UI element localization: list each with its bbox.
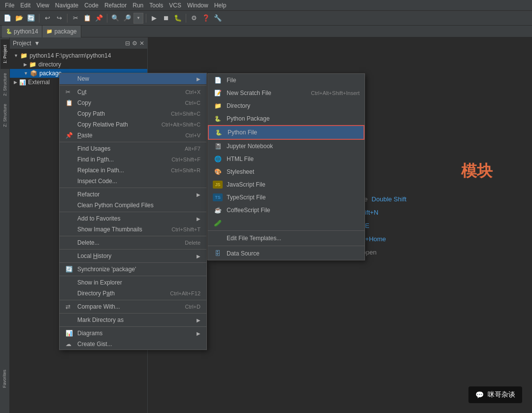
cm-synchronize-icon: 🔄 — [66, 266, 73, 273]
sm-item-coffee[interactable]: ☕ CoffeeScript File — [208, 204, 365, 217]
sm-ts-icon: TS — [213, 193, 223, 201]
cm-item-synchronize[interactable]: 🔄 Synchronize 'package' — [60, 264, 206, 275]
cm-create-gist-label: Create Gist... — [77, 341, 200, 348]
cm-item-create-gist[interactable]: ☁ Create Gist... — [60, 339, 206, 349]
sm-python-package-label: Python Package — [227, 115, 269, 122]
sm-item-data-source[interactable]: 🗄 Data Source — [208, 247, 365, 260]
sm-js-label: JavaScript File — [227, 181, 266, 188]
sm-item-jupyter[interactable]: 📓 Jupyter Notebook — [208, 140, 365, 153]
cm-show-thumbnails-shortcut: Ctrl+Shift+T — [171, 226, 200, 232]
sm-directory-label: Directory — [227, 102, 250, 109]
sm-item-html[interactable]: 🌐 HTML File — [208, 153, 365, 165]
sm-item-file[interactable]: 📄 File — [208, 74, 365, 87]
sm-item-gherkin[interactable]: 🥒 — [208, 217, 365, 229]
sm-python-package-icon: 🐍 — [213, 115, 223, 123]
cm-copy-path-label: Copy Path — [77, 110, 167, 117]
sm-stylesheet-label: Stylesheet — [227, 168, 254, 175]
cm-diagrams-icon: 📊 — [66, 330, 73, 337]
cm-mark-directory-arrow: ▶ — [197, 318, 200, 323]
cm-show-thumbnails-label: Show Image Thumbnails — [77, 226, 167, 233]
cm-copy-relative-shortcut: Ctrl+Alt+Shift+C — [162, 122, 200, 127]
sm-item-ts[interactable]: TS TypeScript File — [208, 191, 365, 204]
cm-find-in-path-shortcut: Ctrl+Shift+F — [171, 157, 200, 162]
cm-clean-compiled-label: Clean Python Compiled Files — [77, 202, 200, 209]
cm-item-cut[interactable]: ✂ Cut Ctrl+X — [60, 87, 206, 97]
cm-item-add-favorites[interactable]: Add to Favorites ▶ — [60, 213, 206, 224]
cm-item-diagrams[interactable]: 📊 Diagrams ▶ — [60, 328, 206, 339]
cm-replace-in-path-shortcut: Ctrl+Shift+R — [171, 167, 200, 173]
cm-item-mark-directory[interactable]: Mark Directory as ▶ — [60, 315, 206, 325]
cm-item-replace-in-path[interactable]: Replace in Path... Ctrl+Shift+R — [60, 165, 206, 176]
cm-add-favorites-label: Add to Favorites — [77, 215, 193, 222]
cm-copy-relative-label: Copy Relative Path — [77, 121, 158, 128]
cm-sep-2 — [60, 142, 206, 142]
cm-cut-label: Cut — [77, 89, 181, 95]
context-menu: New ▶ ✂ Cut Ctrl+X 📋 Copy Ctrl+C Copy Pa… — [59, 73, 207, 350]
cm-item-show-thumbnails[interactable]: Show Image Thumbnails Ctrl+Shift+T — [60, 224, 206, 235]
sm-item-edit-templates[interactable]: Edit File Templates... — [208, 232, 365, 245]
cm-compare-with-label: Compare With... — [77, 303, 181, 310]
sm-item-stylesheet[interactable]: 🎨 Stylesheet — [208, 165, 365, 178]
sm-item-directory[interactable]: 📁 Directory — [208, 99, 365, 112]
cm-copy-path-shortcut: Ctrl+Shift+C — [171, 111, 200, 117]
cm-cut-icon: ✂ — [66, 89, 73, 95]
cm-item-copy-relative[interactable]: Copy Relative Path Ctrl+Alt+Shift+C — [60, 119, 206, 130]
cm-item-new[interactable]: New ▶ — [60, 73, 206, 84]
sm-item-new-scratch[interactable]: 📝 New Scratch File Ctrl+Alt+Shift+Insert — [208, 87, 365, 99]
cm-diagrams-label: Diagrams — [77, 330, 193, 337]
sm-item-python-file[interactable]: 🐍 Python File — [208, 125, 365, 140]
cm-item-paste[interactable]: 📌 Paste Ctrl+V — [60, 130, 206, 141]
context-menu-container: New ▶ ✂ Cut Ctrl+X 📋 Copy Ctrl+C Copy Pa… — [0, 0, 532, 413]
cm-find-usages-label: Find Usages — [77, 145, 181, 152]
sm-jupyter-icon: 📓 — [213, 142, 223, 150]
cm-item-delete[interactable]: Delete... Delete — [60, 237, 206, 248]
cm-item-local-history[interactable]: Local History ▶ — [60, 251, 206, 261]
cm-delete-label: Delete... — [77, 239, 181, 246]
cm-item-find-in-path[interactable]: Find in Path... Ctrl+Shift+F — [60, 154, 206, 165]
cm-find-in-path-label: Find in Path... — [77, 156, 167, 163]
cm-diagrams-arrow: ▶ — [197, 331, 200, 336]
sm-item-python-package[interactable]: 🐍 Python Package — [208, 112, 365, 125]
cm-sep-9 — [60, 300, 206, 300]
cm-paste-shortcut: Ctrl+V — [185, 132, 200, 138]
cm-sep-1 — [60, 85, 206, 86]
sm-scratch-label: New Scratch File — [227, 90, 271, 96]
cm-item-find-usages[interactable]: Find Usages Alt+F7 — [60, 143, 206, 154]
cm-sep-4 — [60, 212, 206, 212]
sm-ts-label: TypeScript File — [227, 194, 266, 201]
cm-sep-6 — [60, 249, 206, 250]
sm-sep-1 — [208, 230, 365, 231]
cm-compare-with-icon: ⇄ — [66, 303, 73, 310]
cm-item-copy[interactable]: 📋 Copy Ctrl+C — [60, 97, 206, 108]
cm-sep-3 — [60, 188, 206, 188]
cm-sep-10 — [60, 313, 206, 314]
cm-show-in-explorer-label: Show in Explorer — [77, 279, 200, 286]
cm-copy-icon: 📋 — [66, 99, 73, 106]
cm-copy-shortcut: Ctrl+C — [185, 100, 200, 106]
cm-inspect-code-label: Inspect Code... — [77, 178, 200, 185]
cm-sep-11 — [60, 326, 206, 327]
cm-item-refactor[interactable]: Refactor ▶ — [60, 189, 206, 200]
cm-item-inspect-code[interactable]: Inspect Code... — [60, 176, 206, 187]
sm-python-file-label: Python File — [228, 129, 257, 136]
cm-add-favorites-arrow: ▶ — [197, 216, 200, 222]
cm-item-directory-path[interactable]: Directory Path Ctrl+Alt+F12 — [60, 288, 206, 299]
sm-file-label: File — [227, 77, 236, 84]
cm-find-usages-shortcut: Alt+F7 — [185, 146, 200, 152]
sm-sep-2 — [208, 246, 365, 246]
cm-cut-shortcut: Ctrl+X — [185, 89, 200, 95]
sm-html-label: HTML File — [227, 156, 254, 162]
cm-create-gist-icon: ☁ — [66, 341, 73, 348]
sm-item-js[interactable]: JS JavaScript File — [208, 178, 365, 191]
cm-local-history-label: Local History — [77, 253, 193, 259]
cm-item-clean-compiled[interactable]: Clean Python Compiled Files — [60, 200, 206, 211]
cm-copy-label: Copy — [77, 99, 181, 106]
cm-compare-with-shortcut: Ctrl+D — [185, 304, 200, 310]
cm-paste-icon: 📌 — [66, 132, 73, 139]
cm-sep-8 — [60, 276, 206, 276]
sm-scratch-shortcut: Ctrl+Alt+Shift+Insert — [311, 90, 360, 96]
sm-edit-templates-label: Edit File Templates... — [227, 235, 281, 242]
cm-item-copy-path[interactable]: Copy Path Ctrl+Shift+C — [60, 108, 206, 119]
cm-item-show-in-explorer[interactable]: Show in Explorer — [60, 277, 206, 288]
cm-item-compare-with[interactable]: ⇄ Compare With... Ctrl+D — [60, 301, 206, 312]
